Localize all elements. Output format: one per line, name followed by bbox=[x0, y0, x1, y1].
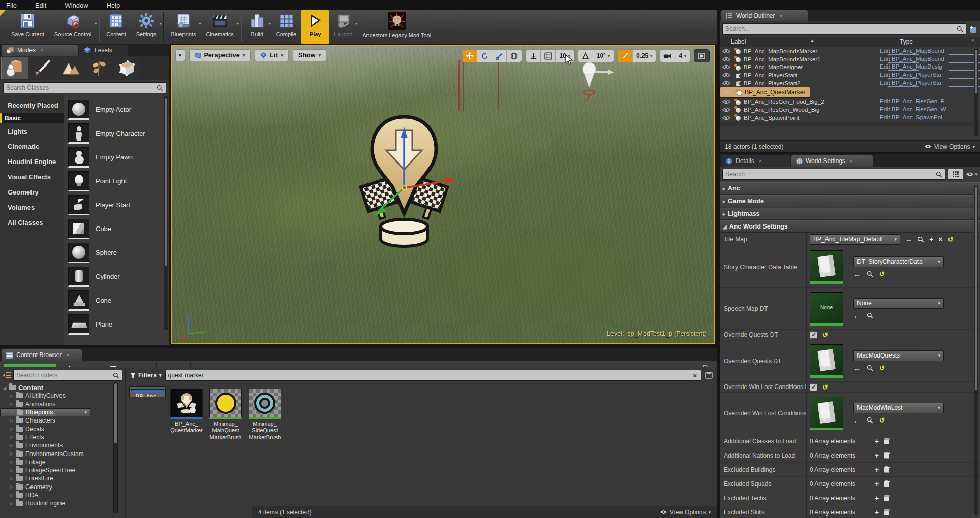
close-icon[interactable]: × bbox=[779, 13, 782, 19]
search-classes-input[interactable] bbox=[6, 84, 157, 91]
add-element-icon[interactable]: + bbox=[875, 452, 879, 459]
close-icon[interactable]: × bbox=[759, 158, 762, 164]
actor-edit-link[interactable]: Edit BP_Anc_SpawnPoi bbox=[880, 114, 980, 121]
reset-to-default-icon[interactable]: ↺ bbox=[879, 271, 885, 277]
column-type[interactable]: Type bbox=[900, 38, 913, 45]
add-icon[interactable]: + bbox=[929, 236, 933, 243]
expander-caret-icon[interactable]: ▷ bbox=[10, 484, 15, 489]
actor-edit-link[interactable]: Edit BP_Anc_PlayerSta bbox=[880, 80, 980, 87]
clear-icon[interactable]: × bbox=[938, 236, 942, 243]
expander-caret-icon[interactable]: ▷ bbox=[10, 501, 15, 506]
asset-thumbnail[interactable]: None bbox=[810, 292, 843, 326]
dropdown-select[interactable]: BP_Anc_TileMap_Default bbox=[810, 234, 900, 245]
sort-icon[interactable]: ▼ bbox=[971, 38, 975, 43]
tab-content-browser[interactable]: Content Browser × bbox=[2, 349, 82, 361]
placeable-item[interactable]: Empty Pawn bbox=[68, 145, 169, 169]
camera-speed-value[interactable]: 4 bbox=[675, 50, 690, 62]
visibility-eye-icon[interactable] bbox=[722, 73, 730, 78]
tree-folder-row[interactable]: ▷ Foliage bbox=[0, 458, 125, 466]
expander-caret-icon[interactable]: ◢ bbox=[3, 385, 8, 390]
add-element-icon[interactable]: + bbox=[875, 509, 879, 516]
browse-icon[interactable] bbox=[867, 365, 873, 371]
use-selected-icon[interactable]: ← bbox=[905, 236, 912, 243]
tab-details[interactable]: Details × bbox=[721, 155, 790, 167]
clear-array-icon[interactable] bbox=[884, 480, 890, 487]
expander-caret-icon[interactable]: ▷ bbox=[10, 460, 15, 464]
category-item[interactable]: Cinematic bbox=[0, 139, 64, 154]
maximize-viewport-button[interactable] bbox=[694, 50, 709, 62]
place-mode-button[interactable] bbox=[1, 57, 28, 79]
scale-snap-button[interactable] bbox=[618, 50, 633, 62]
perspective-button[interactable]: Perspective ▾ bbox=[189, 49, 251, 61]
settings-button[interactable]: ▾ Settings bbox=[131, 10, 162, 44]
actor-row[interactable]: BP_Anc_ResGen_Wood_Big Edit BP_Anc_ResGe… bbox=[720, 106, 980, 114]
filters-button[interactable]: Filters ▾ bbox=[130, 372, 162, 379]
actor-edit-link[interactable]: Edit BP_Anc_MapBound bbox=[880, 48, 980, 55]
quest-marker-actor[interactable] bbox=[346, 113, 463, 255]
actor-row[interactable]: BP_Anc_MapBoundsMarker Edit BP_Anc_MapBo… bbox=[720, 47, 980, 55]
reset-to-default-icon[interactable]: ↺ bbox=[947, 236, 953, 243]
save-current-button[interactable]: Save Current bbox=[6, 10, 49, 44]
collapse-sources-icon[interactable] bbox=[3, 372, 11, 379]
expander-caret-icon[interactable]: ▷ bbox=[10, 427, 15, 431]
add-element-icon[interactable]: + bbox=[875, 495, 879, 502]
reset-to-default-icon[interactable]: ↺ bbox=[822, 332, 828, 338]
show-button[interactable]: Show ▾ bbox=[293, 49, 326, 61]
visibility-eye-icon[interactable] bbox=[722, 99, 730, 104]
rotate-tool-button[interactable] bbox=[477, 50, 492, 62]
geometry-mode-button[interactable] bbox=[113, 57, 140, 79]
expander-caret-icon[interactable]: ▷ bbox=[10, 443, 15, 448]
chevron-down-icon[interactable]: ▾ bbox=[159, 21, 161, 26]
sort-ascending-icon[interactable]: ▲ bbox=[810, 38, 814, 43]
expander-caret-icon[interactable]: ▷ bbox=[10, 476, 15, 481]
visibility-eye-icon[interactable] bbox=[722, 64, 730, 70]
tree-folder-row[interactable]: ▷ Blueprints bbox=[0, 408, 90, 416]
tree-root-content[interactable]: ◢ Content bbox=[0, 383, 125, 392]
browse-icon[interactable] bbox=[867, 271, 873, 277]
actor-row[interactable]: BP_Anc_PlayerStart Edit BP_Anc_PlayerSta bbox=[720, 71, 980, 79]
lit-button[interactable]: Lit ▾ bbox=[255, 49, 289, 61]
reset-to-default-icon[interactable]: ↺ bbox=[822, 384, 828, 391]
launch-button[interactable]: ▾ Launch bbox=[329, 10, 357, 44]
visibility-eye-icon[interactable] bbox=[722, 81, 730, 86]
paint-mode-button[interactable] bbox=[29, 57, 56, 79]
asset-select[interactable]: MacModQuests bbox=[853, 350, 944, 361]
tab-levels[interactable]: Levels bbox=[79, 45, 128, 56]
save-search-icon[interactable] bbox=[705, 372, 713, 379]
asset-thumbnail[interactable]: MacModQuests bbox=[810, 344, 843, 378]
section-header[interactable]: Game Mode bbox=[720, 195, 980, 207]
category-item[interactable]: Houdini Engine bbox=[0, 154, 64, 169]
placeable-item[interactable]: Cylinder bbox=[68, 265, 169, 288]
browse-icon[interactable] bbox=[917, 236, 924, 243]
menu-window[interactable]: Window bbox=[65, 2, 88, 9]
placeable-item[interactable]: Player Start bbox=[68, 193, 169, 217]
expander-caret-icon[interactable]: ▷ bbox=[10, 451, 15, 456]
add-element-icon[interactable]: + bbox=[875, 480, 879, 488]
use-selected-icon[interactable]: ← bbox=[853, 417, 861, 424]
asset-tile-minimap-sidequest[interactable]: Minimap_ SideQuest MarkerBrush bbox=[247, 386, 283, 443]
chevron-down-icon[interactable]: ▾ bbox=[237, 21, 239, 26]
use-selected-icon[interactable]: ← bbox=[853, 271, 861, 278]
visibility-eye-icon[interactable] bbox=[722, 57, 730, 62]
category-item[interactable]: Lights bbox=[0, 123, 64, 139]
content-view-options[interactable]: View Options ▾ bbox=[660, 509, 711, 516]
category-item[interactable]: Volumes bbox=[0, 200, 64, 215]
actor-edit-link[interactable]: Edit BP_Anc_MapDesig bbox=[880, 63, 980, 71]
reset-to-default-icon[interactable]: ↺ bbox=[879, 365, 885, 371]
tree-folder-row[interactable]: ▷ Geometry bbox=[0, 483, 125, 491]
asset-select[interactable]: MacModWinLost bbox=[853, 403, 944, 413]
placeable-item[interactable]: Point Light bbox=[68, 169, 169, 193]
actor-edit-link[interactable]: Edit BP_Anc_MapBound bbox=[880, 56, 980, 63]
clear-array-icon[interactable] bbox=[884, 495, 890, 501]
section-header[interactable]: Anc World Settings bbox=[720, 220, 980, 233]
section-header[interactable]: Lightmass bbox=[720, 208, 980, 220]
asset-thumbnail[interactable]: MacModWinLost bbox=[810, 397, 843, 430]
tree-folder-row[interactable]: ▷ EnvironmentsCustom bbox=[0, 449, 125, 458]
clear-array-icon[interactable] bbox=[884, 452, 890, 459]
placeable-item[interactable]: Plane bbox=[68, 312, 169, 336]
placeable-item[interactable]: Sphere bbox=[68, 241, 169, 265]
placeable-item[interactable]: Empty Actor bbox=[68, 98, 169, 121]
compile-button[interactable]: Compile bbox=[271, 10, 301, 44]
play-button[interactable]: ▾ Play bbox=[301, 10, 329, 44]
asset-search-input[interactable] bbox=[168, 372, 692, 379]
